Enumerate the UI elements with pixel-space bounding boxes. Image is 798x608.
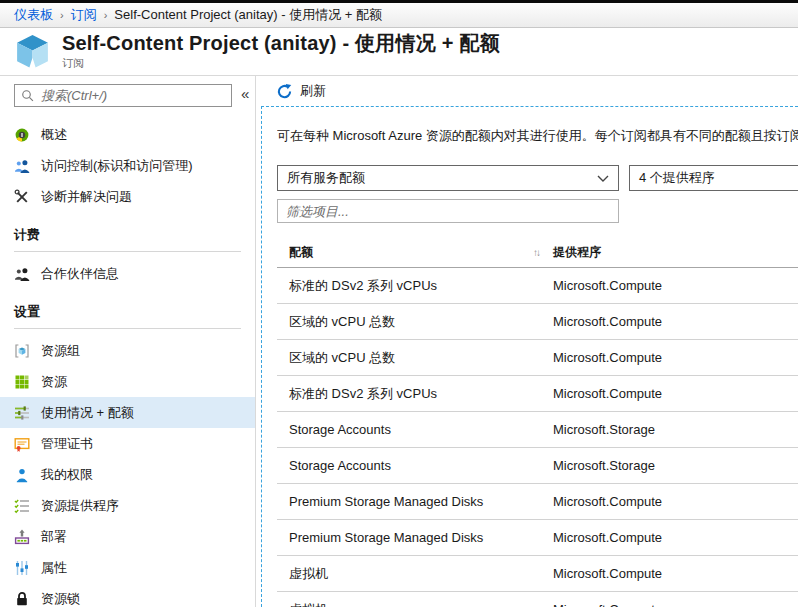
search-box[interactable] (14, 84, 232, 107)
sidebar-item-locks[interactable]: 资源锁 (0, 583, 255, 607)
sidebar-item-label: 概述 (41, 126, 67, 144)
refresh-icon (277, 84, 292, 99)
sidebar-item-label: 诊断并解决问题 (41, 188, 132, 206)
sidebar-item-label: 部署 (41, 528, 67, 546)
toolbar: 刷新 (256, 76, 798, 106)
table-row[interactable]: 区域的 vCPU 总数Microsoft.Compute (277, 340, 798, 376)
usage-quotas-icon (14, 405, 30, 421)
quota-cell: 虚拟机 (277, 565, 553, 583)
sidebar-item-label: 我的权限 (41, 466, 93, 484)
resource-groups-icon (14, 343, 30, 359)
resources-icon (14, 374, 30, 390)
quota-table: 配额 ↑↓ 提供程序 标准的 DSv2 系列 vCPUsMicrosoft.Co… (277, 237, 798, 607)
service-quota-dropdown-value: 所有服务配额 (287, 169, 365, 187)
quota-cell: 标准的 DSv2 系列 vCPUs (277, 385, 553, 403)
filter-row: 所有服务配额 4 个提供程序 (277, 165, 798, 191)
table-row[interactable]: 虚拟机Microsoft.Compute (277, 592, 798, 607)
table-row[interactable]: Storage AccountsMicrosoft.Storage (277, 448, 798, 484)
provider-cell: Microsoft.Compute (553, 386, 662, 401)
table-row[interactable]: 区域的 vCPU 总数Microsoft.Compute (277, 304, 798, 340)
provider-cell: Microsoft.Compute (553, 494, 662, 509)
providers-dropdown-value: 4 个提供程序 (639, 169, 715, 187)
provider-cell: Microsoft.Storage (553, 458, 655, 473)
quota-cell: 虚拟机 (277, 601, 553, 608)
page-header: Self-Content Project (anitay) - 使用情况 + 配… (0, 28, 798, 76)
sort-icon: ↑↓ (533, 247, 539, 258)
table-row[interactable]: Storage AccountsMicrosoft.Storage (277, 412, 798, 448)
deployments-icon (14, 529, 30, 545)
refresh-button[interactable]: 刷新 (277, 82, 326, 100)
provider-cell: Microsoft.Compute (553, 278, 662, 293)
sidebar-item-deployments[interactable]: 部署 (0, 521, 255, 552)
subscription-cube-icon (14, 32, 51, 71)
breadcrumb-link-subscriptions[interactable]: 订阅 (71, 6, 97, 24)
sidebar-item-resources[interactable]: 资源 (0, 366, 255, 397)
resource-providers-icon (14, 498, 30, 514)
certificates-icon (14, 436, 30, 452)
breadcrumb: 仪表板 › 订阅 › Self-Content Project (anitay)… (0, 3, 798, 28)
table-row[interactable]: 虚拟机Microsoft.Compute (277, 556, 798, 592)
properties-icon (14, 560, 30, 576)
table-row[interactable]: Premium Storage Managed DisksMicrosoft.C… (277, 484, 798, 520)
sidebar-item-label: 管理证书 (41, 435, 93, 453)
provider-cell: Microsoft.Compute (553, 566, 662, 581)
sidebar-item-label: 合作伙伴信息 (41, 265, 119, 283)
sidebar-item-access-control[interactable]: 访问控制(标识和访问管理) (0, 150, 255, 181)
provider-cell: Microsoft.Compute (553, 602, 662, 607)
collapse-sidebar-icon[interactable]: « (241, 86, 249, 101)
sidebar-item-certificates[interactable]: 管理证书 (0, 428, 255, 459)
sidebar-item-diagnose[interactable]: 诊断并解决问题 (0, 181, 255, 212)
sidebar-search-row: « (0, 76, 255, 107)
my-permissions-icon (14, 467, 30, 483)
quota-cell: Premium Storage Managed Disks (277, 530, 553, 545)
sidebar-item-label: 访问控制(标识和访问管理) (41, 157, 193, 175)
sidebar: « 概述访问控制(标识和访问管理)诊断并解决问题计费合作伙伴信息设置资源组资源使… (0, 76, 256, 607)
table-row[interactable]: 标准的 DSv2 系列 vCPUsMicrosoft.Compute (277, 268, 798, 304)
providers-dropdown[interactable]: 4 个提供程序 (629, 165, 798, 191)
breadcrumb-separator: › (104, 9, 108, 21)
sidebar-item-resource-providers[interactable]: 资源提供程序 (0, 490, 255, 521)
provider-cell: Microsoft.Compute (553, 530, 662, 545)
search-icon (21, 89, 35, 103)
sidebar-item-label: 资源 (41, 373, 67, 391)
main-panel: 刷新 可在每种 Microsoft Azure 资源的配额内对其进行使用。每个订… (256, 76, 798, 607)
partner-info-icon (14, 266, 30, 282)
sidebar-section-settings: 设置 (14, 303, 241, 329)
quota-cell: Storage Accounts (277, 422, 553, 437)
overview-icon (14, 127, 30, 143)
breadcrumb-link-dashboard[interactable]: 仪表板 (14, 6, 53, 24)
service-quota-dropdown[interactable]: 所有服务配额 (277, 165, 619, 191)
filter-items-input[interactable] (277, 199, 619, 223)
sidebar-item-label: 资源锁 (41, 590, 80, 608)
sidebar-item-my-permissions[interactable]: 我的权限 (0, 459, 255, 490)
sidebar-item-usage-quotas[interactable]: 使用情况 + 配额 (0, 397, 255, 428)
table-header: 配额 ↑↓ 提供程序 (277, 237, 798, 268)
refresh-label: 刷新 (300, 82, 326, 100)
quota-cell: 区域的 vCPU 总数 (277, 349, 553, 367)
locks-icon (14, 591, 30, 607)
quota-description-text: 可在每种 Microsoft Azure 资源的配额内对其进行使用。每个订阅都具… (277, 127, 798, 145)
diagnose-icon (14, 189, 30, 205)
provider-cell: Microsoft.Compute (553, 350, 662, 365)
sidebar-item-resource-groups[interactable]: 资源组 (0, 335, 255, 366)
breadcrumb-separator: › (60, 9, 64, 21)
table-body: 标准的 DSv2 系列 vCPUsMicrosoft.Compute区域的 vC… (277, 268, 798, 607)
sidebar-item-label: 属性 (41, 559, 67, 577)
sidebar-item-partner-info[interactable]: 合作伙伴信息 (0, 258, 255, 289)
sidebar-item-properties[interactable]: 属性 (0, 552, 255, 583)
provider-cell: Microsoft.Compute (553, 314, 662, 329)
page-subtitle: 订阅 (62, 56, 500, 71)
column-header-provider[interactable]: 提供程序 (553, 244, 601, 261)
blade-body: « 概述访问控制(标识和访问管理)诊断并解决问题计费合作伙伴信息设置资源组资源使… (0, 76, 798, 607)
quota-cell: 区域的 vCPU 总数 (277, 313, 553, 331)
column-header-quota[interactable]: 配额 ↑↓ (277, 244, 553, 261)
access-control-icon (14, 158, 30, 174)
search-input[interactable] (41, 88, 225, 103)
provider-cell: Microsoft.Storage (553, 422, 655, 437)
sidebar-item-label: 资源提供程序 (41, 497, 119, 515)
quota-cell: 标准的 DSv2 系列 vCPUs (277, 277, 553, 295)
chevron-down-icon (597, 175, 609, 182)
table-row[interactable]: Premium Storage Managed DisksMicrosoft.C… (277, 520, 798, 556)
sidebar-item-overview[interactable]: 概述 (0, 119, 255, 150)
table-row[interactable]: 标准的 DSv2 系列 vCPUsMicrosoft.Compute (277, 376, 798, 412)
